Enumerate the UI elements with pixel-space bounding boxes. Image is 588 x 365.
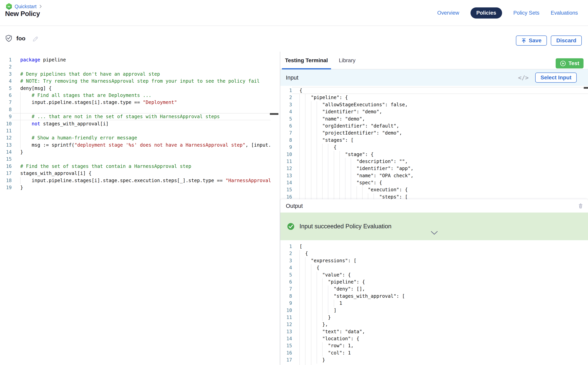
policy-toolbar: foo Save Discard (0, 26, 588, 52)
code-line[interactable]: 16# Find the set of stages that contain … (0, 163, 271, 170)
line-number: 17 (280, 356, 292, 364)
clear-output-button[interactable] (577, 203, 584, 209)
code-line[interactable]: 9 { (280, 144, 588, 151)
line-number: 2 (280, 250, 292, 257)
breadcrumb-link-quickstart[interactable]: Quickstart (15, 4, 37, 9)
code-line[interactable]: 9 1 (280, 300, 588, 307)
input-title: Input (286, 75, 299, 81)
code-line[interactable]: 7 "deny": [], (280, 285, 588, 293)
main-area: 1package pipeline23# Deny pipelines that… (0, 52, 588, 365)
code-line[interactable]: 7 "projectIdentifier": "demo", (280, 129, 588, 136)
code-line[interactable]: 14 "location": { (280, 335, 588, 342)
code-line[interactable]: 5 "value": { (280, 271, 588, 278)
code-line[interactable]: 18 } (280, 364, 588, 365)
nav-tab-policies[interactable]: Policies (471, 7, 502, 19)
code-line[interactable]: 14} (0, 148, 271, 156)
code-line[interactable]: 5deny[msg] { (0, 85, 271, 92)
nav-tab-policy-sets[interactable]: Policy Sets (513, 10, 540, 16)
code-line[interactable]: 1[ (280, 243, 588, 250)
code-line[interactable]: 10 ] (280, 307, 588, 314)
code-line[interactable]: 3 "allowStageExecutions": false, (280, 101, 588, 108)
output-editor[interactable]: 1[2 {3 "expressions": [4 {5 "value": {6 … (280, 240, 588, 365)
select-input-button[interactable]: Select Input (535, 72, 577, 83)
code-line[interactable]: 12 # Show a human-friendly error message (0, 134, 271, 141)
code-line[interactable]: 6 "orgIdentifier": "default", (280, 122, 588, 129)
line-number: 3 (0, 70, 12, 77)
code-line[interactable]: 16 "steps": [ (280, 193, 588, 199)
tab-library-label: Library (339, 57, 356, 63)
code-line[interactable]: 17stages_with_approval[i] { (0, 170, 271, 177)
code-line[interactable]: 8 "stages_with_approval": [ (280, 293, 588, 300)
code-line[interactable]: 10 "stage": { (280, 151, 588, 158)
line-number: 9 (0, 113, 12, 120)
line-number: 14 (280, 335, 292, 342)
save-button[interactable]: Save (516, 35, 547, 46)
code-line[interactable]: 3 "expressions": [ (280, 257, 588, 264)
code-line[interactable]: 15 "row": 1, (280, 342, 588, 349)
input-editor[interactable]: 1{2 "pipeline": {3 "allowStageExecutions… (280, 86, 588, 199)
code-line[interactable]: 12 }, (280, 321, 588, 328)
code-line[interactable]: 8 (0, 106, 271, 113)
code-line[interactable]: 15 (0, 156, 271, 163)
code-line[interactable]: 14 "spec": { (280, 179, 588, 186)
code-line[interactable]: 15 "execution": { (280, 186, 588, 193)
code-line[interactable]: 4 { (280, 264, 588, 271)
line-number: 2 (280, 94, 292, 101)
line-number: 8 (280, 293, 292, 300)
output-section: Output (280, 199, 588, 365)
code-line[interactable]: 12 "identifier": "app", (280, 165, 588, 172)
code-line[interactable]: 11 "description": "", (280, 158, 588, 165)
code-line[interactable]: 7 input.pipeline.stages[i].stage.type ==… (0, 99, 271, 106)
code-line[interactable]: 3# Deny pipelines that don't have an app… (0, 70, 271, 77)
tab-library[interactable]: Library (336, 52, 359, 69)
code-line[interactable]: 4 "identifier": "demo", (280, 108, 588, 115)
edit-pencil-icon[interactable] (32, 35, 38, 42)
code-line[interactable]: 8 "stages": [ (280, 137, 588, 144)
breadcrumb: ∞ Quickstart (6, 3, 42, 10)
line-number: 18 (280, 364, 292, 365)
line-number: 10 (0, 120, 12, 127)
code-line[interactable]: 19} (0, 184, 271, 191)
tab-testing-terminal[interactable]: Testing Terminal (282, 52, 331, 69)
discard-button[interactable]: Discard (551, 35, 582, 46)
nav-tab-overview[interactable]: Overview (437, 10, 459, 16)
code-line[interactable]: 13 msg := sprintf("deployment stage '%s'… (0, 141, 271, 148)
line-number: 13 (280, 172, 292, 179)
nav-tab-evaluations[interactable]: Evaluations (551, 10, 578, 16)
test-button[interactable]: Test (556, 58, 584, 69)
code-line[interactable]: 13 "name": "OPA check", (280, 172, 588, 179)
line-number: 5 (280, 115, 292, 122)
line-number: 3 (280, 101, 292, 108)
harness-logo-icon: ∞ (6, 3, 12, 10)
code-line[interactable]: 9 # ... that are not in the set of stage… (0, 113, 271, 120)
test-button-label: Test (568, 60, 579, 66)
line-number: 6 (0, 92, 12, 99)
code-line[interactable]: 1package pipeline (0, 56, 271, 63)
code-line[interactable]: 11 (0, 127, 271, 134)
code-line[interactable]: 13 "text": "data", (280, 328, 588, 335)
save-button-label: Save (529, 37, 541, 44)
code-line[interactable]: 6 # Find all stages that are Deployments… (0, 92, 271, 99)
code-line[interactable]: 18 input.pipeline.stages[i].stage.spec.e… (0, 177, 271, 184)
policy-code-editor[interactable]: 1package pipeline23# Deny pipelines that… (0, 52, 280, 365)
code-line[interactable]: 11 } (280, 314, 588, 321)
chevron-down-icon[interactable] (431, 231, 438, 235)
page-title: New Policy (5, 10, 40, 18)
code-line[interactable]: 5 "name": "demo", (280, 115, 588, 122)
success-check-icon (287, 223, 294, 230)
code-view-icon[interactable]: </> (518, 74, 529, 81)
code-line[interactable]: 2 { (280, 250, 588, 257)
code-line[interactable]: 4# NOTE: Try removing the HarnessApprova… (0, 77, 271, 85)
line-number: 9 (280, 144, 292, 151)
line-number: 4 (0, 77, 12, 85)
code-line[interactable]: 2 (0, 63, 271, 70)
code-line[interactable]: 1{ (280, 87, 588, 94)
code-line[interactable]: 2 "pipeline": { (280, 94, 588, 101)
line-number: 9 (280, 300, 292, 307)
upload-icon (521, 38, 526, 43)
code-line[interactable]: 16 "col": 1 (280, 349, 588, 356)
evaluation-result-banner: Input succeeded Policy Evaluation (280, 212, 588, 240)
code-line[interactable]: 10 not stages_with_approval[i] (0, 120, 271, 127)
code-line[interactable]: 6 "pipeline": { (280, 278, 588, 285)
code-line[interactable]: 17 } (280, 356, 588, 364)
